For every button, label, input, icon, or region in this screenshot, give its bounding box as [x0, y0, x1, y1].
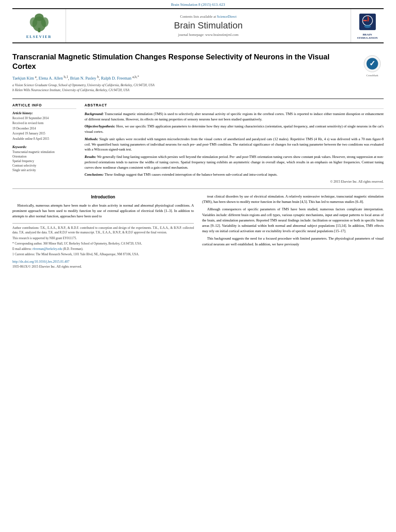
intro-para-right2: Although consequences of specific parame…: [202, 207, 384, 234]
fn2: This research is supported by NIH grant …: [12, 236, 194, 240]
journal-citation-text: Brain Stimulation 8 (2015) 613–623: [171, 2, 225, 7]
fn1: Author contributions: T.K., E.A.A., B.N.…: [12, 226, 194, 235]
intro-para-right1: treat clinical disorders by use of elect…: [202, 194, 384, 205]
fn3: * Corresponding author. 360 Minor Hall, …: [12, 241, 194, 246]
section-divider: [12, 188, 384, 189]
article-title-section: Transcranial Magnetic Stimulation Change…: [12, 47, 384, 95]
abstract-title: ABSTRACT: [85, 103, 384, 109]
methods-text: Single unit spikes were recorded with tu…: [85, 137, 384, 152]
kw4: Contrast selectivity: [12, 164, 76, 167]
journal-homepage: journal homepage: www.brainstimjrnl.com: [178, 33, 238, 37]
abstract-objective: Objective/hypothesis: Here, we use speci…: [85, 124, 384, 134]
abstract-conclusions: Conclusions: These findings suggest that…: [85, 172, 384, 177]
main-content: Transcranial Magnetic Stimulation Change…: [12, 43, 384, 270]
kw1: Transcranial magnetic stimulation: [12, 150, 76, 154]
methods-label: Methods:: [85, 137, 98, 141]
crossmark-label: CrossMark: [366, 74, 378, 77]
affiliations: a Vision Science Graduate Group, School …: [12, 83, 355, 93]
objective-text: Here, we use specific TMS application pa…: [85, 124, 384, 134]
journal-citation-bar: Brain Stimulation 8 (2015) 613–623: [0, 0, 396, 8]
conclusions-label: Conclusions:: [85, 172, 104, 177]
brain-stim-logo: BRAINSTIMULATION: [351, 9, 384, 42]
svg-point-4: [35, 14, 44, 21]
available-date: Available online 8 April 2015: [12, 137, 76, 141]
received-revised-label: Received in revised form: [12, 121, 76, 126]
brain-stim-label: BRAINSTIMULATION: [357, 33, 377, 40]
results-label: Results:: [85, 155, 96, 159]
svg-point-7: [364, 25, 371, 28]
svg-text:✓: ✓: [369, 59, 375, 68]
keywords-section: Keywords: Transcranial magnetic stimulat…: [12, 145, 76, 172]
elsevier-brand-text: ELSEVIER: [26, 35, 52, 39]
author-freeman: Ralph D. Freeman: [101, 76, 132, 80]
background-text: Transcranial magnetic stimulation (TMS) …: [85, 112, 384, 121]
kw3: Spatial frequency: [12, 159, 76, 163]
sciencedirect-link[interactable]: ScienceDirect: [217, 14, 237, 19]
elsevier-tree-icon: [25, 13, 54, 33]
article-title-text: Transcranial Magnetic Stimulation Change…: [12, 52, 355, 93]
crossmark[interactable]: ✓ CrossMark: [361, 54, 384, 77]
journal-header: ELSEVIER Contents lists available at Sci…: [12, 8, 384, 43]
crossmark-icon: ✓: [363, 54, 382, 73]
history-label: Article history:: [12, 111, 76, 115]
author-kim: Taekjun Kim: [12, 76, 34, 80]
abstract-section: ABSTRACT Background: Transcranial magnet…: [85, 103, 384, 184]
objective-label: Objective/hypothesis:: [85, 124, 116, 128]
author-allen: Elena A. Allen: [39, 76, 63, 80]
issn-line: 1935-861X/© 2015 Elsevier Inc. All right…: [12, 264, 194, 269]
article-body: ARTICLE INFO Article history: Received 3…: [12, 99, 384, 184]
elsevier-logo: ELSEVIER: [12, 9, 66, 42]
bottom-links: http://dx.doi.org/10.1016/j.brs.2015.01.…: [12, 259, 194, 270]
copyright-line: © 2015 Elsevier Inc. All rights reserved…: [85, 180, 384, 184]
conclusions-text: These findings suggest that TMS causes e…: [104, 172, 278, 177]
abstract-methods: Methods: Single unit spikes were recorde…: [85, 137, 384, 152]
abstract-results: Results: We generally find long-lasting …: [85, 154, 384, 170]
fn5: 1 Current address: The Mind Research Net…: [12, 252, 194, 257]
article-title: Transcranial Magnetic Stimulation Change…: [12, 52, 355, 72]
article-info: ARTICLE INFO Article history: Received 3…: [12, 103, 76, 184]
affiliation-b: b Helen Wills Neuroscience Institute, Un…: [12, 88, 355, 93]
sciencedirect-line: Contents lists available at ScienceDirec…: [180, 14, 237, 19]
intro-para-right3: This background suggests the need for a …: [202, 236, 384, 247]
email-link[interactable]: rfreeman@berkeley.edu: [33, 247, 62, 251]
doi-link[interactable]: http://dx.doi.org/10.1016/j.brs.2015.01.…: [12, 259, 194, 264]
brain-stim-icon: [357, 12, 378, 32]
article-info-title: ARTICLE INFO: [12, 103, 76, 109]
affiliation-a: a Vision Science Graduate Group, School …: [12, 83, 355, 88]
authors-line: Taekjun Kim a, Elena A. Allen b,1, Brian…: [12, 75, 355, 80]
body-columns: Introduction Historically, numerous atte…: [12, 194, 384, 269]
author-pasley: Brian N. Pasley: [70, 76, 96, 80]
footnotes-area: Author contributions: T.K., E.A.A., B.N.…: [12, 223, 194, 257]
kw2: Orientation: [12, 155, 76, 158]
keywords-label: Keywords:: [12, 145, 76, 149]
fn4: E-mail address: rfreeman@berkeley.edu (R…: [12, 247, 194, 251]
body-right-col: treat clinical disorders by use of elect…: [202, 194, 384, 269]
background-label: Background:: [85, 112, 104, 116]
accepted-date: Accepted 19 January 2015: [12, 132, 76, 136]
journal-center: Contents lists available at ScienceDirec…: [66, 9, 351, 42]
body-left-col: Introduction Historically, numerous atte…: [12, 194, 194, 269]
received-date: Received 30 September 2014: [12, 116, 76, 121]
journal-main-title: Brain Stimulation: [174, 20, 243, 31]
intro-para1: Historically, numerous attempts have bee…: [12, 203, 194, 219]
introduction-heading: Introduction: [12, 194, 194, 200]
received-revised-date: 19 December 2014: [12, 127, 76, 131]
kw5: Single unit activity: [12, 168, 76, 172]
results-text: We generally find long-lasting suppressi…: [85, 155, 384, 169]
abstract-background: Background: Transcranial magnetic stimul…: [85, 111, 384, 122]
